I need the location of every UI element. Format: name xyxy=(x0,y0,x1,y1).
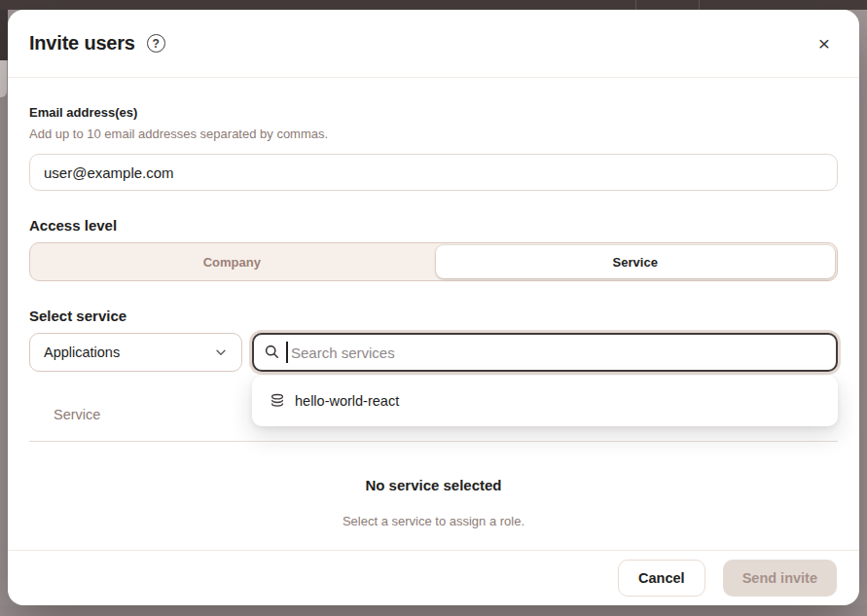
background-top-bar xyxy=(0,0,867,10)
background-header-edge xyxy=(0,10,8,60)
empty-state: No service selected Select a service to … xyxy=(29,477,838,528)
list-divider xyxy=(29,441,838,442)
email-field[interactable] xyxy=(29,154,838,191)
close-icon[interactable]: × xyxy=(818,33,830,54)
invite-users-dialog: Invite users ? × Email address(es) Add u… xyxy=(8,10,859,605)
stack-icon xyxy=(270,393,285,409)
access-level-label: Access level xyxy=(29,217,838,234)
service-type-value: Applications xyxy=(44,344,120,360)
text-caret xyxy=(286,342,288,363)
dialog-header: Invite users ? × xyxy=(8,10,859,78)
dialog-title: Invite users xyxy=(29,32,135,54)
search-input[interactable] xyxy=(252,333,838,372)
send-invite-button[interactable]: Send invite xyxy=(723,560,837,597)
segment-service[interactable]: Service xyxy=(436,245,836,278)
service-type-select[interactable]: Applications xyxy=(29,333,242,372)
background-logo-fragment xyxy=(0,60,7,97)
background-bottom-strip xyxy=(0,605,867,616)
help-icon[interactable]: ? xyxy=(147,34,165,53)
access-level-segmented-control: Company Service xyxy=(29,242,838,281)
dialog-footer: Cancel Send invite xyxy=(8,550,859,605)
service-result-item[interactable]: hello-world-react xyxy=(258,381,832,420)
service-search-container: hello-world-react xyxy=(252,333,838,372)
top-bar-separator xyxy=(699,0,700,10)
service-picker-row: Applications hello-world-react xyxy=(29,333,838,372)
cancel-button[interactable]: Cancel xyxy=(618,560,705,597)
search-icon xyxy=(264,344,280,364)
top-bar-separator xyxy=(635,0,636,10)
service-results-dropdown: hello-world-react xyxy=(252,376,838,426)
dialog-body: Email address(es) Add up to 10 email add… xyxy=(8,78,859,528)
service-result-name: hello-world-react xyxy=(295,393,399,409)
chevron-down-icon xyxy=(214,345,228,359)
empty-state-subtitle: Select a service to assign a role. xyxy=(29,514,838,528)
email-label: Email address(es) xyxy=(29,105,838,120)
segment-company[interactable]: Company xyxy=(32,245,432,278)
empty-state-title: No service selected xyxy=(29,477,838,493)
email-hint: Add up to 10 email addresses separated b… xyxy=(29,127,838,141)
select-service-label: Select service xyxy=(29,308,838,324)
